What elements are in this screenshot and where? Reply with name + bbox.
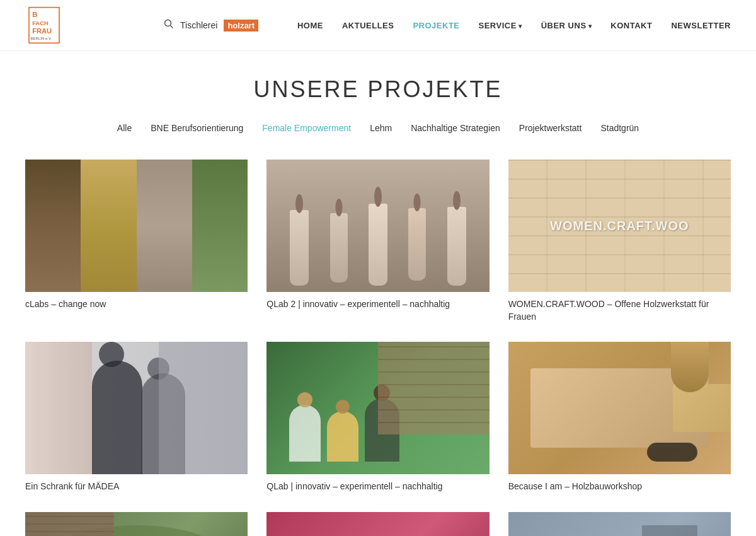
filter-female[interactable]: Female Empowerment	[262, 122, 351, 134]
filter-alle[interactable]: Alle	[117, 122, 132, 134]
logo-icon[interactable]: B FACH FRAU BERLIN e.V.	[25, 6, 63, 44]
projects-grid: cLabs – change now	[25, 160, 731, 536]
search-button[interactable]	[164, 19, 174, 32]
project-image-women: WOMEN.CRAFT.WOO	[508, 160, 731, 292]
site-header: B FACH FRAU BERLIN e.V. Tischlerei holza…	[0, 0, 756, 51]
filter-tabs: Alle BNE Berufsorientierung Female Empow…	[25, 122, 731, 134]
tischlerei-label: Tischlerei	[180, 20, 217, 30]
project-title-because: Because I am – Holzbauworkshop	[508, 481, 731, 493]
svg-text:BERLIN e.V.: BERLIN e.V.	[31, 37, 52, 40]
search-icon	[164, 19, 174, 29]
project-title-schrank: Ein Schrank für MÄDEA	[25, 481, 248, 493]
project-card-qlab2[interactable]: QLab 2 | innovativ – experimentell – nac…	[266, 160, 489, 323]
svg-point-5	[165, 20, 171, 26]
logo-area: B FACH FRAU BERLIN e.V.	[25, 6, 151, 44]
nav-projekte[interactable]: PROJEKTE	[413, 21, 459, 30]
project-image-row3-3	[508, 512, 731, 536]
project-title-qlab2: QLab 2 | innovativ – experimentell – nac…	[266, 298, 489, 311]
nav-home[interactable]: HOME	[297, 21, 323, 30]
svg-line-6	[171, 26, 173, 28]
project-image-row3-1	[25, 512, 248, 536]
project-title-women: WOMEN.CRAFT.WOOD – Offene Holzwerkstatt …	[508, 298, 731, 323]
nav-ueber-uns[interactable]: ÜBER UNS	[541, 21, 592, 30]
project-image-clabs	[25, 160, 248, 292]
project-image-qlab2	[266, 160, 489, 292]
nav-newsletter[interactable]: NEWSLETTER	[671, 21, 731, 30]
project-title-clabs: cLabs – change now	[25, 298, 248, 311]
project-card-clabs[interactable]: cLabs – change now	[25, 160, 248, 323]
main-nav: HOME AKTUELLES PROJEKTE SERVICE ÜBER UNS…	[297, 21, 731, 30]
nav-aktuelles[interactable]: AKTUELLES	[342, 21, 394, 30]
project-card-women[interactable]: WOMEN.CRAFT.WOO WOMEN.CRAFT.WOOD – Offen…	[508, 160, 731, 323]
svg-text:FRAU: FRAU	[32, 27, 52, 35]
women-overlay: WOMEN.CRAFT.WOO	[508, 160, 731, 292]
project-image-schrank	[25, 342, 248, 474]
holzart-badge: holzart	[224, 20, 258, 32]
filter-nachhaltige[interactable]: Nachhaltige Strategien	[411, 122, 500, 134]
page-title: UNSERE PROJEKTE	[25, 76, 731, 103]
project-image-row3-2	[266, 512, 489, 536]
nav-service[interactable]: SERVICE	[479, 21, 522, 30]
filter-bne[interactable]: BNE Berufsorientierung	[151, 122, 243, 134]
project-title-qlab: QLab | innovativ – experimentell – nachh…	[266, 481, 489, 493]
project-image-because	[508, 342, 731, 474]
svg-text:B: B	[32, 11, 37, 18]
project-card-row3-3[interactable]	[508, 512, 731, 536]
main-content: UNSERE PROJEKTE Alle BNE Berufsorientier…	[0, 51, 756, 536]
project-card-because[interactable]: Because I am – Holzbauworkshop	[508, 342, 731, 493]
filter-lehm[interactable]: Lehm	[370, 122, 392, 134]
women-overlay-text: WOMEN.CRAFT.WOO	[550, 219, 689, 233]
search-area: Tischlerei holzart	[164, 19, 258, 32]
nav-kontakt[interactable]: KONTAKT	[610, 21, 652, 30]
project-card-row3-2[interactable]	[266, 512, 489, 536]
project-card-schrank[interactable]: Ein Schrank für MÄDEA	[25, 342, 248, 493]
svg-text:FACH: FACH	[32, 20, 49, 26]
project-image-qlab	[266, 342, 489, 474]
filter-projektwerkstatt[interactable]: Projektwerkstatt	[519, 122, 582, 134]
project-card-row3-1[interactable]	[25, 512, 248, 536]
project-card-qlab[interactable]: QLab | innovativ – experimentell – nachh…	[266, 342, 489, 493]
filter-stadtgruen[interactable]: Stadtgrün	[600, 122, 639, 134]
